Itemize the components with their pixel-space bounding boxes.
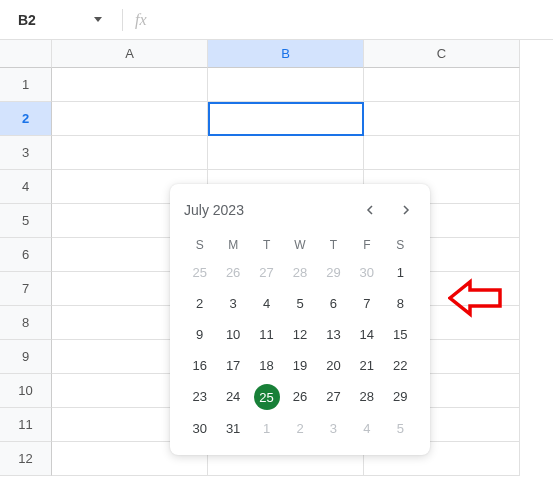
date-picker-day[interactable]: 26 <box>217 258 248 287</box>
chevron-down-icon[interactable] <box>94 17 102 22</box>
date-picker-day[interactable]: 28 <box>351 382 382 412</box>
date-picker-day[interactable]: 25 <box>184 258 215 287</box>
divider <box>122 9 123 31</box>
date-picker: July 2023 SMTWTFS25262728293012345678910… <box>170 184 430 455</box>
date-picker-day-today[interactable]: 25 <box>254 384 280 410</box>
day-of-week-label: T <box>251 234 282 256</box>
date-picker-day[interactable]: 26 <box>284 382 315 412</box>
date-picker-day[interactable]: 14 <box>351 320 382 349</box>
date-picker-day[interactable]: 3 <box>217 289 248 318</box>
row-header[interactable]: 11 <box>0 408 52 442</box>
cell[interactable] <box>364 136 520 170</box>
day-of-week-label: W <box>284 234 315 256</box>
cell-reference-box[interactable]: B2 <box>10 8 110 32</box>
day-of-week-label: S <box>385 234 416 256</box>
column-headers: ABC <box>0 40 553 68</box>
date-picker-header: July 2023 <box>184 200 416 220</box>
arrow-left-icon <box>448 276 508 320</box>
column-header[interactable]: A <box>52 40 208 68</box>
row-header[interactable]: 3 <box>0 136 52 170</box>
day-of-week-label: S <box>184 234 215 256</box>
chevron-left-icon <box>365 205 375 215</box>
date-picker-day[interactable]: 2 <box>284 414 315 443</box>
grid-row: 3 <box>0 136 553 170</box>
row-header[interactable]: 1 <box>0 68 52 102</box>
row-header[interactable]: 8 <box>0 306 52 340</box>
annotation-arrow <box>448 276 508 324</box>
date-picker-day[interactable]: 18 <box>251 351 282 380</box>
cell[interactable] <box>52 68 208 102</box>
date-picker-day[interactable]: 24 <box>217 382 248 412</box>
row-header[interactable]: 10 <box>0 374 52 408</box>
row-header[interactable]: 12 <box>0 442 52 476</box>
fx-icon[interactable]: fx <box>135 11 147 29</box>
date-picker-day[interactable]: 9 <box>184 320 215 349</box>
cell[interactable] <box>208 68 364 102</box>
row-header[interactable]: 6 <box>0 238 52 272</box>
column-header[interactable]: B <box>208 40 364 68</box>
row-header[interactable]: 4 <box>0 170 52 204</box>
date-picker-day[interactable]: 10 <box>217 320 248 349</box>
date-picker-day[interactable]: 30 <box>184 414 215 443</box>
date-picker-day[interactable]: 27 <box>251 258 282 287</box>
day-of-week-label: F <box>351 234 382 256</box>
row-header[interactable]: 7 <box>0 272 52 306</box>
date-picker-nav <box>360 200 416 220</box>
date-picker-day[interactable]: 28 <box>284 258 315 287</box>
selected-cell[interactable] <box>208 102 364 136</box>
column-header[interactable]: C <box>364 40 520 68</box>
cell[interactable] <box>208 136 364 170</box>
date-picker-day[interactable]: 16 <box>184 351 215 380</box>
cell[interactable] <box>52 102 208 136</box>
grid-row: 1 <box>0 68 553 102</box>
date-picker-day[interactable]: 12 <box>284 320 315 349</box>
cell[interactable] <box>52 136 208 170</box>
date-picker-day[interactable]: 22 <box>385 351 416 380</box>
date-picker-day[interactable]: 8 <box>385 289 416 318</box>
row-header[interactable]: 9 <box>0 340 52 374</box>
date-picker-day[interactable]: 5 <box>284 289 315 318</box>
next-month-button[interactable] <box>396 200 416 220</box>
date-picker-day[interactable]: 19 <box>284 351 315 380</box>
date-picker-day[interactable]: 27 <box>318 382 349 412</box>
date-picker-day[interactable]: 1 <box>385 258 416 287</box>
date-picker-day[interactable]: 29 <box>385 382 416 412</box>
date-picker-day[interactable]: 20 <box>318 351 349 380</box>
cell[interactable] <box>364 68 520 102</box>
chevron-right-icon <box>401 205 411 215</box>
date-picker-day[interactable]: 1 <box>251 414 282 443</box>
date-picker-day[interactable]: 4 <box>251 289 282 318</box>
row-header[interactable]: 2 <box>0 102 52 136</box>
date-picker-day[interactable]: 15 <box>385 320 416 349</box>
date-picker-day[interactable]: 17 <box>217 351 248 380</box>
cell[interactable] <box>364 102 520 136</box>
row-header[interactable]: 5 <box>0 204 52 238</box>
date-picker-day[interactable]: 11 <box>251 320 282 349</box>
date-picker-title: July 2023 <box>184 202 244 218</box>
select-all-corner[interactable] <box>0 40 52 68</box>
date-picker-day[interactable]: 31 <box>217 414 248 443</box>
prev-month-button[interactable] <box>360 200 380 220</box>
date-picker-day[interactable]: 13 <box>318 320 349 349</box>
date-picker-day[interactable]: 5 <box>385 414 416 443</box>
date-picker-day[interactable]: 23 <box>184 382 215 412</box>
date-picker-grid: SMTWTFS252627282930123456789101112131415… <box>184 234 416 443</box>
grid-row: 2 <box>0 102 553 136</box>
date-picker-day[interactable]: 3 <box>318 414 349 443</box>
date-picker-day[interactable]: 2 <box>184 289 215 318</box>
date-picker-day[interactable]: 6 <box>318 289 349 318</box>
date-picker-day[interactable]: 30 <box>351 258 382 287</box>
date-picker-day[interactable]: 21 <box>351 351 382 380</box>
date-picker-day[interactable]: 4 <box>351 414 382 443</box>
cell-reference: B2 <box>18 12 36 28</box>
date-picker-day[interactable]: 29 <box>318 258 349 287</box>
day-of-week-label: M <box>217 234 248 256</box>
date-picker-day[interactable]: 7 <box>351 289 382 318</box>
formula-toolbar: B2 fx <box>0 0 553 40</box>
day-of-week-label: T <box>318 234 349 256</box>
